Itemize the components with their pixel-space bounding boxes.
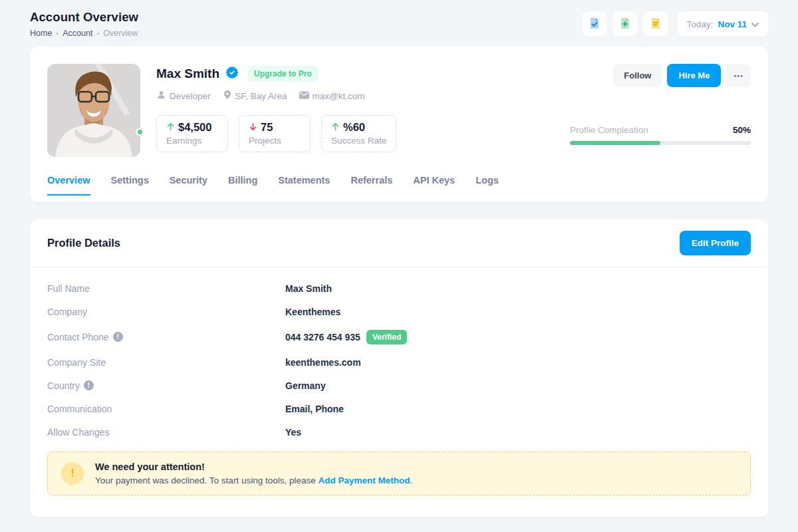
role-label: Developer [170, 91, 211, 101]
stat-earnings: $4,500 Earnings [156, 115, 228, 152]
progress-label: Profile Compleation [570, 125, 648, 135]
account-overview-page: Account Overview Home • Account • Overvi… [0, 0, 798, 517]
stat-value: $4,500 [178, 121, 211, 134]
person-icon [156, 90, 166, 102]
row-value: Keenthemes [285, 307, 340, 317]
hire-me-button[interactable]: Hire Me [667, 64, 721, 87]
topbar-actions: Today: Nov 11 [582, 11, 768, 37]
row-label: Communication [47, 404, 285, 414]
stat-label: Success Rate [331, 136, 386, 146]
page-title: Account Overview [30, 10, 138, 25]
row-label: Company [47, 307, 285, 317]
document-add-button[interactable] [612, 11, 638, 37]
profile-tabs: Overview Settings Security Billing State… [47, 175, 751, 202]
warning-icon: ! [61, 462, 84, 485]
alert-content: We need your attention! Your payment was… [95, 462, 412, 485]
stat-label: Projects [249, 136, 301, 146]
stat-success-rate: %60 Success Rate [321, 115, 396, 152]
row-contact-phone: Contact Phone ! 044 3276 454 935 Verifie… [47, 323, 751, 350]
row-label: Full Name [47, 283, 285, 294]
row-value: Germany [285, 380, 326, 391]
upgrade-to-pro-badge[interactable]: Upgrade to Pro [247, 66, 319, 82]
arrow-up-icon [331, 121, 340, 134]
progress-fill [570, 141, 660, 145]
follow-button[interactable]: Follow [613, 64, 662, 87]
stat-value: %60 [343, 121, 365, 134]
tab-api-keys[interactable]: API Keys [413, 175, 455, 196]
profile-completion: Profile Compleation 50% [570, 125, 751, 145]
profile-details-card: Profile Details Edit Profile Full Name M… [30, 219, 768, 517]
details-body: Full Name Max Smith Company Keenthemes C… [30, 267, 768, 444]
chevron-down-icon [751, 19, 759, 29]
online-status-dot [136, 128, 144, 136]
stat-value: 75 [261, 121, 273, 134]
breadcrumb-home[interactable]: Home [30, 29, 52, 38]
tab-billing[interactable]: Billing [228, 175, 257, 196]
breadcrumb-account[interactable]: Account [63, 29, 92, 38]
row-label: Company Site [47, 357, 285, 368]
today-label: Today: [687, 19, 714, 29]
arrow-down-icon [249, 121, 257, 134]
row-allow-changes: Allow Changes Yes [47, 420, 751, 444]
edit-profile-button[interactable]: Edit Profile [680, 231, 751, 255]
progress-percent: 50% [733, 125, 751, 135]
row-label: Country ! [47, 380, 285, 391]
today-value: Nov 11 [718, 19, 747, 29]
tab-security[interactable]: Security [170, 175, 207, 196]
breadcrumb-separator: • [56, 29, 59, 37]
profile-info: Max Smith Upgrade to Pro Developer [156, 64, 570, 157]
attention-alert: ! We need your attention! Your payment w… [47, 452, 751, 495]
alert-title: We need your attention! [95, 462, 412, 472]
tab-logs[interactable]: Logs [475, 175, 499, 196]
tab-statements[interactable]: Statements [278, 175, 330, 196]
row-company-site: Company Site keenthemes.com [47, 350, 751, 374]
document-lines-button[interactable] [643, 11, 668, 37]
breadcrumb: Home • Account • Overview [30, 29, 138, 38]
row-value: Email, Phone [285, 404, 344, 414]
more-options-button[interactable]: ••• [726, 64, 751, 87]
details-header: Profile Details Edit Profile [30, 219, 768, 267]
add-payment-method-link[interactable]: Add Payment Method [318, 475, 410, 485]
stat-projects: 75 Projects [239, 115, 311, 152]
row-communication: Communication Email, Phone [47, 397, 751, 420]
row-full-name: Full Name Max Smith [47, 277, 751, 300]
row-country: Country ! Germany [47, 374, 751, 397]
user-name[interactable]: Max Smith [156, 66, 219, 81]
title-block: Account Overview Home • Account • Overvi… [30, 10, 138, 38]
document-check-button[interactable] [582, 11, 607, 37]
page-header: Account Overview Home • Account • Overvi… [30, 10, 768, 38]
stat-label: Earnings [166, 136, 218, 146]
info-icon[interactable]: ! [84, 380, 94, 390]
breadcrumb-overview: Overview [103, 29, 138, 38]
email-label: max@kt.com [313, 91, 365, 101]
document-add-icon [618, 17, 632, 32]
row-label: Contact Phone ! [47, 332, 285, 342]
tab-settings[interactable]: Settings [111, 175, 149, 196]
row-value: keenthemes.com [285, 357, 361, 368]
profile-actions-column: Follow Hire Me ••• Profile Compleation 5… [570, 64, 751, 157]
tab-overview[interactable]: Overview [47, 175, 90, 196]
role-item[interactable]: Developer [156, 90, 211, 102]
progress-track [570, 141, 751, 145]
row-value: Yes [285, 427, 301, 438]
breadcrumb-separator: • [96, 29, 99, 37]
alert-text: Your payment was declined. To start usin… [95, 475, 412, 485]
row-label: Allow Changes [47, 427, 285, 438]
date-picker-button[interactable]: Today: Nov 11 [678, 11, 768, 37]
verified-badge: Verified [366, 330, 407, 344]
profile-meta: Developer SF, Bay Area max@kt.com [156, 90, 570, 102]
arrow-up-icon [166, 121, 175, 134]
profile-stats: $4,500 Earnings 75 Projects [156, 115, 570, 152]
avatar [47, 64, 140, 157]
row-company: Company Keenthemes [47, 300, 751, 323]
email-item[interactable]: max@kt.com [299, 91, 365, 101]
verified-seal-icon[interactable] [225, 66, 239, 82]
row-value: Max Smith [285, 283, 332, 294]
tab-referrals[interactable]: Referrals [350, 175, 392, 196]
row-value: 044 3276 454 935 Verified [285, 330, 407, 344]
location-item[interactable]: SF, Bay Area [223, 90, 287, 102]
location-label: SF, Bay Area [235, 91, 287, 101]
details-title: Profile Details [47, 237, 120, 249]
envelope-icon [299, 91, 309, 101]
info-icon[interactable]: ! [113, 332, 123, 342]
